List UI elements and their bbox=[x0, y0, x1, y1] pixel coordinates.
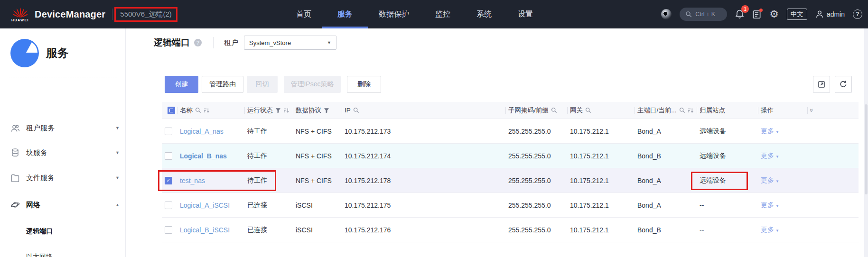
header-cell-数据协议: 数据协议 bbox=[293, 102, 342, 119]
top-nav-item-设置[interactable]: 设置 bbox=[518, 0, 533, 28]
sidebar-header: 服务 bbox=[10, 39, 69, 67]
more-actions-button[interactable]: 更多▼ bbox=[761, 127, 779, 135]
sort-icon[interactable] bbox=[283, 108, 289, 113]
sidebar-item-label: 网络 bbox=[26, 201, 40, 210]
create-button[interactable]: 创建 bbox=[165, 76, 198, 93]
more-label: 更多 bbox=[761, 226, 774, 233]
cell-name[interactable]: Logical_B_nas bbox=[177, 152, 244, 160]
row-checkbox[interactable]: ✓ bbox=[165, 177, 172, 184]
cell-protocol: NFS + CIFS bbox=[293, 128, 342, 135]
help-icon[interactable]: ? bbox=[853, 9, 862, 19]
device-name[interactable]: 5500V6_远端(2) bbox=[114, 7, 177, 22]
logical-ports-table: 名称运行状态数据协议IP子网掩码/前缀网关主端口/当前...归属站点操作» Lo… bbox=[162, 102, 859, 242]
delete-button[interactable]: 删除 bbox=[347, 76, 381, 93]
topbar-divider bbox=[112, 9, 112, 20]
select-all-checkbox[interactable] bbox=[168, 107, 175, 114]
user-menu[interactable]: admin bbox=[815, 10, 845, 18]
tenant-select-value: System_vStore bbox=[249, 39, 291, 46]
cell-port: Bond_A bbox=[635, 202, 697, 209]
double-chevron-icon[interactable]: » bbox=[808, 109, 815, 112]
top-nav-item-监控[interactable]: 监控 bbox=[435, 0, 450, 28]
cell-name[interactable]: Logical_B_iSCSI bbox=[177, 226, 244, 234]
cell-actions: 更多▼ bbox=[758, 176, 807, 185]
top-nav-item-系统[interactable]: 系统 bbox=[476, 0, 492, 28]
globe-icon bbox=[10, 200, 20, 210]
sidebar-item-label: 块服务 bbox=[26, 148, 47, 157]
chevron-down-icon: ▼ bbox=[115, 175, 120, 180]
huawei-flower-icon bbox=[13, 7, 28, 18]
services-pie-icon bbox=[10, 39, 39, 67]
cell-mask: 255.255.255.0 bbox=[505, 128, 567, 135]
more-actions-button[interactable]: 更多▼ bbox=[761, 152, 779, 159]
manage-route-button[interactable]: 管理路由 bbox=[202, 76, 243, 93]
column-label: 数据协议 bbox=[296, 106, 321, 115]
sort-icon[interactable] bbox=[688, 108, 693, 113]
search-icon[interactable] bbox=[195, 107, 201, 113]
cell-mask: 255.255.255.0 bbox=[505, 177, 567, 184]
sidebar-item-label: 租户服务 bbox=[26, 124, 55, 133]
sidebar-item-块服务[interactable]: 块服务▼ bbox=[0, 144, 125, 161]
filter-icon[interactable] bbox=[324, 108, 329, 113]
vertical-scrollbar[interactable] bbox=[864, 28, 868, 257]
refresh-button[interactable] bbox=[835, 76, 852, 93]
search-icon[interactable] bbox=[551, 107, 557, 113]
table-row-Logical_B_iSCSI: Logical_B_iSCSI已连接iSCSI10.175.212.176255… bbox=[162, 218, 859, 242]
scrollbar-thumb[interactable] bbox=[865, 104, 868, 194]
sidebar-item-租户服务[interactable]: 租户服务▼ bbox=[0, 119, 125, 137]
sidebar-subitem-逻辑端口[interactable]: 逻辑端口 bbox=[26, 224, 53, 239]
sidebar-item-文件服务[interactable]: 文件服务▼ bbox=[0, 169, 125, 186]
cell-name[interactable]: test_nas bbox=[177, 177, 244, 184]
header-cell-主端口/当前...: 主端口/当前... bbox=[635, 102, 697, 119]
row-checkbox[interactable] bbox=[165, 128, 172, 135]
more-actions-button[interactable]: 更多▼ bbox=[761, 201, 779, 209]
column-label: 操作 bbox=[761, 106, 774, 115]
event-log-button[interactable] bbox=[752, 10, 761, 19]
cell-name[interactable]: Logical_A_nas bbox=[177, 128, 244, 135]
column-label: IP bbox=[345, 107, 351, 114]
top-nav-item-数据保护[interactable]: 数据保护 bbox=[379, 0, 409, 28]
top-bar: HUAWEI DeviceManager 5500V6_远端(2) 首页服务数据… bbox=[0, 0, 868, 28]
device-manager-page: HUAWEI DeviceManager 5500V6_远端(2) 首页服务数据… bbox=[0, 0, 868, 257]
search-shortcut-label: Ctrl + K bbox=[695, 11, 715, 18]
row-checkbox[interactable] bbox=[165, 226, 172, 234]
language-switch[interactable]: 中文 bbox=[787, 9, 807, 20]
row-checkbox[interactable] bbox=[165, 202, 172, 209]
cell-checkbox bbox=[162, 128, 177, 135]
top-nav-item-首页[interactable]: 首页 bbox=[296, 0, 311, 28]
sidebar-item-网络[interactable]: 网络▲ bbox=[0, 196, 125, 213]
settings-gear-icon[interactable]: ⚙ bbox=[769, 9, 779, 19]
sidebar: 服务 租户服务▼块服务▼文件服务▼网络▲逻辑端口以太网络RoCE网络 bbox=[0, 28, 126, 257]
table-row-Logical_A_nas: Logical_A_nas待工作NFS + CIFS10.175.212.173… bbox=[162, 119, 859, 144]
failback-button: 回切 bbox=[247, 76, 278, 93]
title-help-icon[interactable]: ? bbox=[194, 39, 202, 46]
search-icon[interactable] bbox=[585, 107, 591, 113]
content-header: 逻辑端口 ? 租户 System_vStore ▼ bbox=[126, 34, 864, 51]
tenant-select[interactable]: System_vStore ▼ bbox=[244, 36, 336, 50]
more-actions-button[interactable]: 更多▼ bbox=[761, 176, 779, 184]
more-actions-button[interactable]: 更多▼ bbox=[761, 226, 779, 233]
filter-icon[interactable] bbox=[275, 108, 281, 113]
global-search[interactable]: Ctrl + K bbox=[680, 8, 727, 21]
cell-mask: 255.255.255.0 bbox=[505, 226, 567, 234]
tenant-label: 租户 bbox=[224, 38, 238, 47]
sidebar-subitem-以太网络[interactable]: 以太网络 bbox=[26, 250, 53, 257]
cell-gateway: 10.175.212.1 bbox=[567, 128, 635, 135]
cell-name[interactable]: Logical_A_iSCSI bbox=[177, 202, 244, 209]
search-icon[interactable] bbox=[679, 107, 685, 113]
cell-status: 已连接 bbox=[244, 201, 293, 210]
row-checkbox[interactable] bbox=[165, 152, 172, 160]
top-nav-item-服务[interactable]: 服务 bbox=[337, 0, 353, 28]
sort-icon[interactable] bbox=[204, 108, 209, 113]
manage-ipsec-button: 管理IPsec策略 bbox=[284, 76, 341, 93]
eyeball-icon[interactable] bbox=[661, 9, 672, 19]
search-icon[interactable] bbox=[353, 107, 359, 113]
sidebar-title: 服务 bbox=[46, 46, 69, 61]
table-header-row: 名称运行状态数据协议IP子网掩码/前缀网关主端口/当前...归属站点操作» bbox=[162, 102, 859, 119]
table-row-Logical_A_iSCSI: Logical_A_iSCSI已连接iSCSI10.175.212.175255… bbox=[162, 193, 859, 218]
cell-ip: 10.175.212.176 bbox=[342, 226, 505, 234]
search-icon bbox=[685, 11, 692, 18]
column-label: 主端口/当前... bbox=[637, 106, 677, 115]
export-button[interactable] bbox=[813, 76, 830, 93]
cell-checkbox bbox=[162, 202, 177, 209]
notifications-button[interactable]: 1 bbox=[735, 9, 744, 19]
